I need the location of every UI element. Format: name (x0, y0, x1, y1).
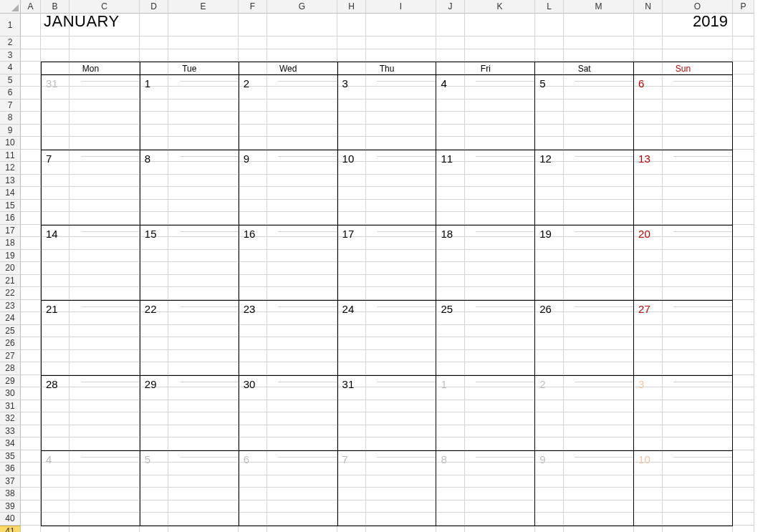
cell-D15[interactable] (140, 200, 168, 213)
cell-G24[interactable] (267, 312, 337, 325)
cell-L31[interactable] (535, 400, 564, 413)
cell-H27[interactable] (337, 350, 366, 363)
cell-E8[interactable] (168, 112, 239, 125)
cell-K22[interactable] (465, 287, 535, 300)
cell-F27[interactable] (239, 350, 267, 363)
cell-D7[interactable] (140, 100, 168, 112)
cell-I21[interactable] (366, 275, 436, 288)
row-header-6[interactable]: 6 (0, 87, 21, 100)
cell-N26[interactable] (634, 337, 663, 350)
row-header-7[interactable]: 7 (0, 100, 21, 112)
cell-F39[interactable] (239, 500, 267, 513)
cell-H17[interactable] (337, 225, 366, 238)
cell-I4[interactable] (366, 62, 436, 74)
cell-A9[interactable] (21, 125, 41, 137)
cell-F12[interactable] (239, 162, 267, 175)
column-header-A[interactable]: A (21, 0, 41, 14)
cell-I27[interactable] (366, 350, 436, 363)
cell-H1[interactable] (337, 14, 366, 37)
cell-I9[interactable] (366, 125, 436, 137)
cell-B28[interactable] (41, 362, 69, 375)
cell-B26[interactable] (41, 337, 69, 350)
cell-L2[interactable] (535, 37, 564, 49)
cell-B7[interactable] (41, 100, 69, 112)
cell-L19[interactable] (535, 250, 564, 263)
column-header-I[interactable]: I (366, 0, 436, 14)
cell-D5[interactable] (140, 74, 168, 87)
cell-L38[interactable] (535, 488, 564, 500)
column-header-M[interactable]: M (564, 0, 634, 14)
cell-J12[interactable] (436, 162, 465, 175)
cell-G40[interactable] (267, 513, 337, 526)
cell-N39[interactable] (634, 500, 663, 513)
cell-H10[interactable] (337, 137, 366, 150)
cell-A29[interactable] (21, 375, 41, 388)
cell-C4[interactable] (69, 62, 140, 74)
cell-K34[interactable] (465, 437, 535, 450)
cell-N32[interactable] (634, 412, 663, 425)
cell-I37[interactable] (366, 475, 436, 488)
cell-C8[interactable] (69, 112, 140, 125)
cell-K7[interactable] (465, 100, 535, 112)
cell-C9[interactable] (69, 125, 140, 137)
cell-N30[interactable] (634, 387, 663, 400)
cell-H9[interactable] (337, 125, 366, 137)
cell-H8[interactable] (337, 112, 366, 125)
cell-F11[interactable] (239, 150, 267, 163)
cell-M8[interactable] (564, 112, 634, 125)
cell-G7[interactable] (267, 100, 337, 112)
cell-G39[interactable] (267, 500, 337, 513)
cell-P1[interactable] (733, 14, 754, 37)
cell-G8[interactable] (267, 112, 337, 125)
cell-J34[interactable] (436, 437, 465, 450)
cell-B17[interactable] (41, 225, 69, 238)
cell-N41[interactable] (634, 526, 663, 533)
cell-A24[interactable] (21, 312, 41, 325)
row-header-37[interactable]: 37 (0, 475, 21, 488)
cell-M32[interactable] (564, 412, 634, 425)
cell-C34[interactable] (69, 437, 140, 450)
cell-C3[interactable] (69, 49, 140, 62)
cell-E18[interactable] (168, 237, 239, 250)
cell-M5[interactable] (564, 74, 634, 87)
cell-N24[interactable] (634, 312, 663, 325)
cell-G41[interactable] (267, 526, 337, 533)
row-header-34[interactable]: 34 (0, 437, 21, 450)
cell-C30[interactable] (69, 387, 140, 400)
cell-J20[interactable] (436, 262, 465, 275)
cell-G23[interactable] (267, 300, 337, 313)
cell-P17[interactable] (733, 225, 754, 238)
cell-I38[interactable] (366, 488, 436, 500)
cell-J26[interactable] (436, 337, 465, 350)
cell-M38[interactable] (564, 488, 634, 500)
cell-E20[interactable] (168, 262, 239, 275)
cell-G13[interactable] (267, 175, 337, 188)
cell-L35[interactable] (535, 450, 564, 463)
cell-N18[interactable] (634, 237, 663, 250)
row-header-33[interactable]: 33 (0, 425, 21, 438)
cell-G31[interactable] (267, 400, 337, 413)
cell-E35[interactable] (168, 450, 239, 463)
cell-O18[interactable] (663, 237, 733, 250)
cell-K15[interactable] (465, 200, 535, 213)
cell-A2[interactable] (21, 37, 41, 49)
row-header-35[interactable]: 35 (0, 450, 21, 463)
cell-K29[interactable] (465, 375, 535, 388)
cell-J28[interactable] (436, 362, 465, 375)
cell-H12[interactable] (337, 162, 366, 175)
cell-B13[interactable] (41, 175, 69, 188)
cell-E27[interactable] (168, 350, 239, 363)
cell-F15[interactable] (239, 200, 267, 213)
cell-L23[interactable] (535, 300, 564, 313)
cell-F28[interactable] (239, 362, 267, 375)
cell-D30[interactable] (140, 387, 168, 400)
cell-O41[interactable] (663, 526, 733, 533)
cell-E38[interactable] (168, 488, 239, 500)
cell-M40[interactable] (564, 513, 634, 526)
cell-M26[interactable] (564, 337, 634, 350)
row-header-17[interactable]: 17 (0, 225, 21, 238)
cell-O13[interactable] (663, 175, 733, 188)
cell-C10[interactable] (69, 137, 140, 150)
cell-N38[interactable] (634, 488, 663, 500)
cell-M28[interactable] (564, 362, 634, 375)
